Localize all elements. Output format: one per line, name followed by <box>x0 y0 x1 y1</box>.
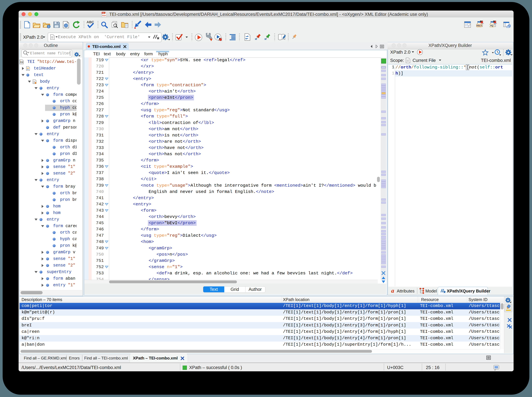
svg-text:XSLT: XSLT <box>477 24 482 27</box>
svg-text:<●>: <●> <box>102 14 106 17</box>
svg-text:XQ: XQ <box>490 24 493 27</box>
svg-text:XML: XML <box>102 12 105 14</box>
svg-text:TEI: TEI <box>21 62 23 63</box>
